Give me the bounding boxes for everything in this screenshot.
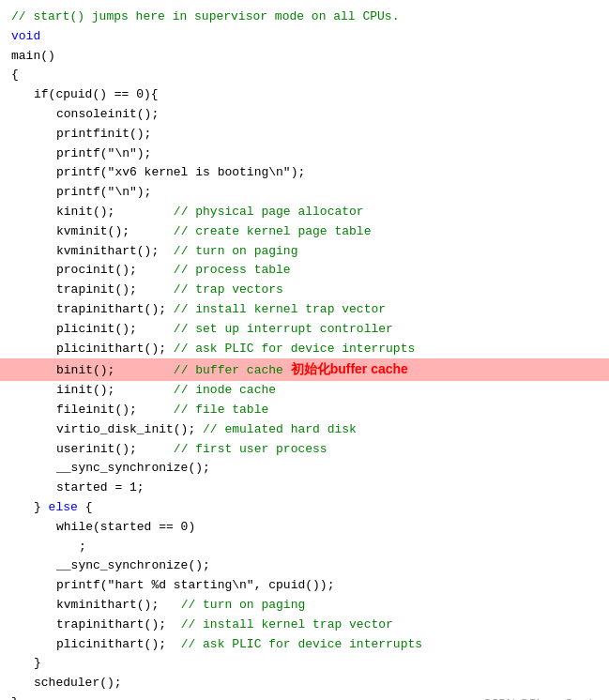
code-text: trapinit(); — [56, 282, 174, 297]
code-text: // emulated hard disk — [203, 422, 357, 436]
code-text: void — [11, 29, 40, 43]
code-text: // ask PLIC for device interrupts — [181, 637, 422, 651]
code-line: __sync_synchronize(); — [11, 459, 598, 479]
code-line: plicinit(); // set up interrupt controll… — [11, 320, 598, 340]
code-text: // create kernel page table — [174, 224, 372, 238]
code-text: procinit(); — [56, 263, 174, 277]
code-line: while(started == 0) — [11, 518, 598, 538]
code-text: if(cpuid() == 0){ — [34, 87, 159, 101]
code-line: userinit(); // first user process — [11, 440, 598, 460]
code-text: // inode cache — [174, 383, 276, 397]
code-container: // start() jumps here in supervisor mode… — [0, 0, 609, 700]
code-line: main() — [11, 47, 598, 67]
code-line: kvminithart(); // turn on paging — [11, 596, 598, 616]
code-text: plicinithart(); — [56, 637, 181, 651]
code-text: started = 1; — [56, 480, 145, 495]
code-text: binit(); — [56, 363, 174, 377]
code-line: fileinit(); // file table — [11, 401, 598, 420]
code-text: // start() jumps here in supervisor mode… — [11, 9, 399, 23]
code-text: } — [34, 500, 49, 514]
code-text: userinit(); — [56, 442, 174, 456]
code-line: // start() jumps here in supervisor mode… — [11, 8, 598, 27]
code-text: // turn on paging — [181, 598, 306, 612]
code-line: kvminit(); // create kernel page table — [11, 222, 598, 242]
code-text: iinit(); — [56, 383, 174, 397]
code-text: kvminit(); — [56, 224, 174, 238]
code-line: __sync_synchronize(); — [11, 556, 598, 576]
code-text: } — [34, 656, 41, 670]
code-text: // physical page allocator — [174, 205, 364, 219]
code-text: printfinit(); — [56, 127, 151, 141]
code-line: plicinithart(); // ask PLIC for device i… — [11, 340, 598, 359]
code-text: virtio_disk_init(); — [56, 422, 203, 436]
code-text: plicinit(); — [56, 322, 174, 336]
code-line: printf("\n"); — [11, 183, 598, 203]
code-line: iinit(); // inode cache — [11, 381, 598, 401]
code-text: printf("\n"); — [56, 185, 151, 199]
code-line: procinit(); // process table — [11, 261, 598, 281]
code-line: trapinithart(); // install kernel trap v… — [11, 616, 598, 635]
code-text: scheduler(); — [34, 676, 122, 690]
code-text: // install kernel trap vector — [174, 302, 386, 316]
code-line: scheduler(); — [11, 674, 598, 693]
code-text: printf("\n"); — [56, 146, 151, 160]
code-text: // turn on paging — [174, 244, 298, 258]
code-text: // process table — [174, 263, 291, 277]
code-line: consoleinit(); — [11, 105, 598, 125]
code-text: consoleinit(); — [56, 107, 159, 121]
code-text: printf("hart %d starting\n", cpuid()); — [56, 578, 334, 592]
code-line: trapinithart(); // install kernel trap v… — [11, 300, 598, 320]
code-text: // install kernel trap vector — [181, 617, 393, 632]
code-text: kvminithart(); — [56, 598, 181, 612]
code-line: { — [11, 66, 598, 85]
code-text: trapinithart(); — [56, 302, 174, 316]
code-line: } else { — [11, 498, 598, 518]
code-line: virtio_disk_init(); // emulated hard dis… — [11, 420, 598, 440]
code-line: started = 1; — [11, 479, 598, 498]
code-text: // buffer cache — [174, 363, 283, 377]
code-line: trapinit(); // trap vectors — [11, 281, 598, 300]
code-text: // set up interrupt controller — [174, 322, 393, 336]
code-text: kvminithart(); — [56, 244, 174, 258]
code-text: main() — [11, 49, 55, 63]
code-text: trapinithart(); — [56, 617, 181, 632]
code-line: printf("hart %d starting\n", cpuid()); — [11, 576, 598, 596]
code-line: void — [11, 27, 598, 47]
code-text: __sync_synchronize(); — [56, 558, 210, 572]
code-text: __sync_synchronize(); — [56, 461, 210, 475]
code-text: while(started == 0) — [56, 520, 195, 534]
code-text: else — [49, 500, 78, 514]
code-line: binit(); // buffer cache 初始化buffer cache — [0, 358, 609, 381]
code-text: // trap vectors — [174, 282, 283, 297]
code-text: { — [78, 500, 93, 514]
code-text: ; — [79, 540, 86, 554]
annotation-text: 初始化buffer cache — [283, 361, 408, 376]
code-line: printfinit(); — [11, 125, 598, 145]
code-text: // ask PLIC for device interrupts — [174, 342, 415, 356]
watermark-text: CSDN @Binary Oracle — [483, 695, 598, 701]
code-text: // first user process — [174, 442, 327, 456]
code-text: // file table — [174, 403, 268, 417]
code-line: } — [11, 654, 598, 674]
code-line: kinit(); // physical page allocator — [11, 203, 598, 222]
code-text: printf("xv6 kernel is booting\n"); — [56, 165, 305, 179]
code-lines: // start() jumps here in supervisor mode… — [11, 8, 598, 700]
code-line: ; — [11, 538, 598, 557]
code-text: { — [11, 68, 19, 82]
code-line: printf("\n"); — [11, 145, 598, 164]
code-text: fileinit(); — [56, 403, 174, 417]
code-line: plicinithart(); // ask PLIC for device i… — [11, 635, 598, 655]
code-line: if(cpuid() == 0){ — [11, 85, 598, 105]
code-line: printf("xv6 kernel is booting\n"); — [11, 163, 598, 183]
code-line: kvminithart(); // turn on paging — [11, 242, 598, 262]
code-text: kinit(); — [56, 205, 174, 219]
code-text: } — [11, 695, 19, 700]
code-text: plicinithart(); — [56, 342, 174, 356]
